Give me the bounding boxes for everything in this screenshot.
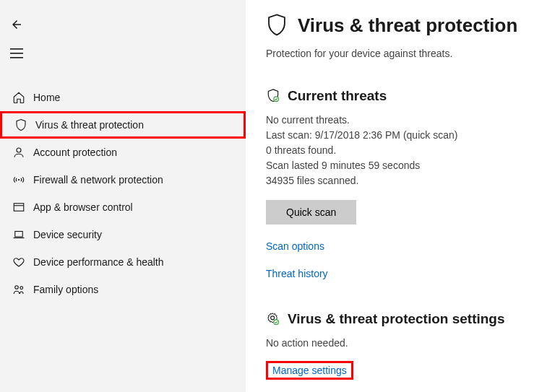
threats-found: 0 threats found. bbox=[266, 143, 527, 158]
sidebar-item-performance[interactable]: Device performance & health bbox=[0, 248, 246, 276]
svg-point-11 bbox=[274, 97, 279, 102]
back-button[interactable] bbox=[10, 13, 33, 36]
home-icon bbox=[9, 91, 29, 104]
section-title: Virus & threat protection settings bbox=[288, 311, 505, 327]
current-threats-header: Current threats bbox=[266, 88, 527, 104]
main-content: Virus & threat protection Protection for… bbox=[246, 0, 547, 392]
sidebar-item-label: Device performance & health bbox=[33, 256, 164, 268]
page-title: Virus & threat protection bbox=[298, 14, 517, 37]
sidebar-item-home[interactable]: Home bbox=[0, 84, 246, 111]
svg-rect-1 bbox=[10, 53, 23, 54]
threat-history-link[interactable]: Threat history bbox=[266, 268, 527, 279]
svg-rect-0 bbox=[10, 48, 23, 50]
quick-scan-button[interactable]: Quick scan bbox=[266, 200, 356, 225]
gear-check-icon bbox=[266, 311, 280, 327]
top-controls bbox=[0, 9, 246, 81]
svg-rect-7 bbox=[15, 232, 23, 238]
sidebar-item-device-security[interactable]: Device security bbox=[0, 221, 246, 248]
section-title: Current threats bbox=[288, 88, 387, 104]
svg-point-4 bbox=[18, 179, 20, 180]
page-header: Virus & threat protection bbox=[266, 13, 527, 38]
menu-button[interactable] bbox=[10, 42, 33, 65]
scan-options-link[interactable]: Scan options bbox=[266, 240, 324, 252]
person-icon bbox=[9, 146, 29, 159]
svg-point-13 bbox=[274, 320, 279, 325]
settings-section: Virus & threat protection settings No ac… bbox=[266, 311, 527, 380]
shield-check-icon bbox=[266, 88, 280, 104]
manage-settings-link[interactable]: Manage settings bbox=[272, 365, 347, 376]
antenna-icon bbox=[9, 173, 29, 186]
sidebar-item-app-browser[interactable]: App & browser control bbox=[0, 193, 246, 221]
last-scan-info: Last scan: 9/17/2018 2:36 PM (quick scan… bbox=[266, 128, 527, 143]
scan-duration: Scan lasted 9 minutes 59 seconds bbox=[266, 158, 527, 173]
window-icon bbox=[9, 201, 29, 214]
sidebar: Home Virus & threat protection Account p… bbox=[0, 0, 246, 392]
sidebar-item-firewall[interactable]: Firewall & network protection bbox=[0, 166, 246, 193]
sidebar-item-label: Family options bbox=[33, 284, 98, 295]
svg-point-3 bbox=[17, 148, 21, 152]
svg-point-9 bbox=[15, 286, 19, 289]
svg-rect-2 bbox=[10, 57, 23, 58]
sidebar-item-label: Device security bbox=[33, 229, 102, 240]
sidebar-item-label: Home bbox=[33, 92, 60, 103]
svg-point-12 bbox=[271, 316, 275, 320]
sidebar-item-label: Account protection bbox=[33, 147, 117, 158]
nav-list: Home Virus & threat protection Account p… bbox=[0, 81, 246, 303]
sidebar-item-account[interactable]: Account protection bbox=[0, 139, 246, 166]
sidebar-item-label: App & browser control bbox=[33, 201, 133, 213]
hamburger-icon bbox=[10, 48, 23, 58]
files-scanned: 34935 files scanned. bbox=[266, 173, 527, 188]
sidebar-item-family[interactable]: Family options bbox=[0, 276, 246, 303]
settings-status: No action needed. bbox=[266, 336, 527, 351]
shield-icon bbox=[266, 13, 288, 38]
shield-icon bbox=[11, 118, 31, 131]
laptop-icon bbox=[9, 228, 29, 241]
heart-icon bbox=[9, 256, 29, 269]
sidebar-item-virus-threat[interactable]: Virus & threat protection bbox=[0, 111, 246, 139]
page-subtitle: Protection for your device against threa… bbox=[266, 48, 527, 59]
settings-header: Virus & threat protection settings bbox=[266, 311, 527, 327]
threats-status: No current threats. bbox=[266, 113, 527, 128]
manage-settings-highlight: Manage settings bbox=[266, 361, 353, 380]
sidebar-item-label: Virus & threat protection bbox=[35, 119, 144, 131]
sidebar-item-label: Firewall & network protection bbox=[33, 174, 163, 186]
family-icon bbox=[9, 283, 29, 296]
arrow-left-icon bbox=[10, 18, 23, 31]
svg-rect-5 bbox=[14, 204, 24, 212]
svg-point-10 bbox=[20, 287, 23, 289]
